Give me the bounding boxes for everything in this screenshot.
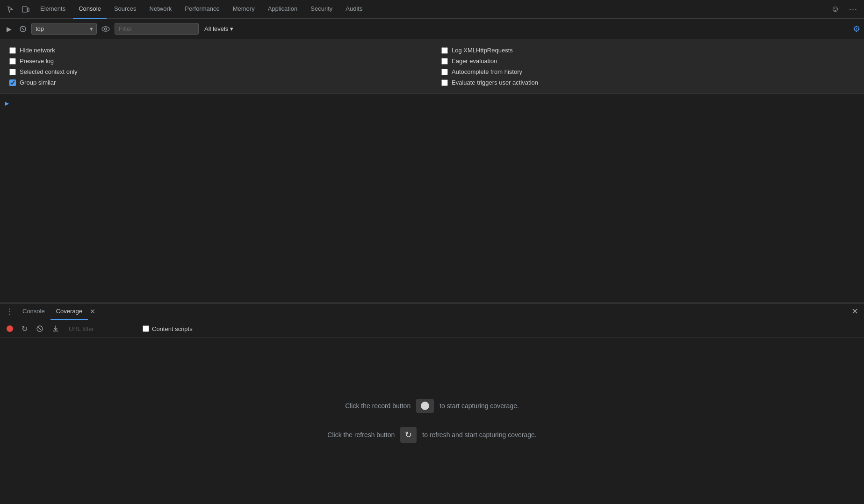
console-output-area[interactable]: ► (0, 94, 864, 303)
coverage-hint-record: Click the record button to start capturi… (345, 399, 519, 413)
preserve-log-row: Preserve log (9, 56, 423, 66)
coverage-toolbar: ↻ Content scripts (0, 320, 864, 338)
context-select-wrapper: top ▼ (31, 23, 97, 35)
close-drawer-btn[interactable]: ✕ (848, 306, 862, 317)
settings-left-col: Hide network Preserve log Selected conte… (9, 45, 423, 88)
eager-eval-row: Eager evaluation (441, 56, 855, 66)
console-toolbar: ▶ top ▼ All levels ▾ ⚙ (0, 19, 864, 39)
selected-context-checkbox[interactable] (9, 69, 16, 75)
filter-input[interactable] (115, 23, 199, 35)
settings-right-col: Log XMLHttpRequests Eager evaluation Aut… (441, 45, 855, 88)
svg-line-3 (22, 28, 24, 30)
coverage-main-content: Click the record button to start capturi… (0, 338, 864, 504)
device-mode-btn[interactable] (19, 3, 33, 15)
autocomplete-history-label[interactable]: Autocomplete from history (452, 68, 522, 75)
evaluate-triggers-row: Evaluate triggers user activation (441, 77, 855, 88)
hint1-suffix: to start capturing coverage. (439, 402, 519, 410)
content-scripts-checkbox[interactable] (143, 325, 149, 332)
drawer-tabs-bar: ⋮ Console Coverage ✕ ✕ (0, 303, 864, 320)
prompt-chevron-icon: ► (4, 100, 10, 107)
tab-security[interactable]: Security (305, 0, 338, 19)
url-filter-input[interactable] (65, 324, 140, 334)
record-circle-icon (421, 402, 429, 410)
tab-performance[interactable]: Performance (179, 0, 225, 19)
evaluate-triggers-label[interactable]: Evaluate triggers user activation (452, 79, 538, 86)
log-xmlhttp-checkbox[interactable] (441, 47, 448, 54)
refresh-icon: ↻ (22, 324, 28, 333)
tab-console[interactable]: Console (73, 0, 107, 19)
settings-grid: Hide network Preserve log Selected conte… (9, 45, 855, 88)
main-content: ▶ top ▼ All levels ▾ ⚙ (0, 19, 864, 504)
clear-icon (36, 325, 43, 332)
log-xmlhttp-row: Log XMLHttpRequests (441, 45, 855, 56)
svg-rect-1 (28, 8, 29, 12)
levels-dropdown-btn[interactable]: All levels ▾ (201, 23, 237, 34)
chevron-down-icon: ▾ (230, 25, 233, 32)
tab-memory[interactable]: Memory (227, 0, 260, 19)
hint2-suffix: to refresh and start capturing coverage. (422, 431, 536, 439)
selected-context-row: Selected context only (9, 66, 423, 77)
more-btn[interactable]: ··· (846, 2, 860, 16)
clear-coverage-btn[interactable] (33, 323, 46, 334)
record-btn[interactable] (4, 324, 16, 334)
svg-line-7 (38, 327, 41, 330)
eager-eval-checkbox[interactable] (441, 58, 448, 65)
tab-elements[interactable]: Elements (35, 0, 71, 19)
nav-right: ☺ ··· (828, 2, 860, 16)
record-badge (416, 399, 434, 413)
tab-sources[interactable]: Sources (108, 0, 142, 19)
preserve-log-checkbox[interactable] (9, 58, 16, 65)
emoji-btn[interactable]: ☺ (828, 2, 842, 16)
evaluate-triggers-checkbox[interactable] (441, 79, 448, 86)
bottom-panel: ⋮ Console Coverage ✕ ✕ ↻ (0, 303, 864, 504)
console-prompt: ► (4, 98, 860, 109)
coverage-hint-refresh: Click the refresh button ↻ to refresh an… (327, 427, 536, 443)
hide-network-label[interactable]: Hide network (20, 47, 55, 54)
coverage-tab-close-btn[interactable]: ✕ (88, 308, 97, 315)
tab-network[interactable]: Network (144, 0, 178, 19)
record-icon (7, 325, 13, 332)
eager-eval-label[interactable]: Eager evaluation (452, 58, 497, 65)
hide-network-row: Hide network (9, 45, 423, 56)
tab-audits[interactable]: Audits (340, 0, 368, 19)
group-similar-checkbox[interactable] (9, 79, 16, 86)
selected-context-label[interactable]: Selected context only (20, 68, 78, 75)
content-scripts-label[interactable]: Content scripts (152, 325, 193, 332)
drawer-tab-coverage[interactable]: Coverage (50, 303, 88, 320)
refresh-badge: ↻ (400, 427, 417, 443)
clear-console-btn[interactable] (16, 23, 29, 35)
drawer-menu-btn[interactable]: ⋮ (2, 305, 17, 318)
eye-btn[interactable] (99, 24, 113, 34)
autocomplete-history-checkbox[interactable] (441, 69, 448, 75)
autocomplete-history-row: Autocomplete from history (441, 66, 855, 77)
preserve-log-label[interactable]: Preserve log (20, 58, 54, 65)
content-scripts-row: Content scripts (143, 325, 193, 332)
tab-application[interactable]: Application (262, 0, 303, 19)
settings-panel: Hide network Preserve log Selected conte… (0, 39, 864, 94)
drawer-tab-coverage-wrapper: Coverage ✕ (50, 303, 97, 320)
download-icon (52, 325, 59, 332)
svg-point-5 (105, 28, 107, 30)
show-drawer-btn[interactable]: ▶ (4, 23, 14, 35)
log-xmlhttp-label[interactable]: Log XMLHttpRequests (452, 47, 513, 54)
svg-point-4 (102, 27, 109, 31)
download-btn[interactable] (49, 323, 62, 334)
refresh-circle-icon: ↻ (405, 430, 412, 440)
svg-rect-0 (22, 7, 27, 12)
refresh-btn[interactable]: ↻ (19, 323, 30, 335)
hide-network-checkbox[interactable] (9, 47, 16, 54)
drawer-tab-console[interactable]: Console (17, 303, 50, 320)
group-similar-label[interactable]: Group similar (20, 79, 56, 86)
group-similar-row: Group similar (9, 77, 423, 88)
hint2-prefix: Click the refresh button (327, 431, 395, 439)
hint1-prefix: Click the record button (345, 402, 410, 410)
settings-gear-icon[interactable]: ⚙ (853, 24, 860, 34)
cursor-icon-btn[interactable] (4, 4, 17, 15)
top-nav: Elements Console Sources Network Perform… (0, 0, 864, 19)
context-select[interactable]: top (31, 23, 97, 35)
